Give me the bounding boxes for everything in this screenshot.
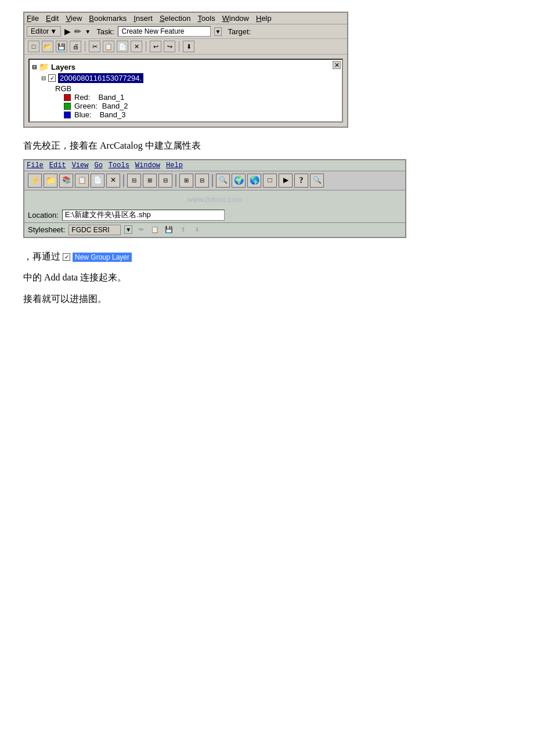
- arccatalog-window: File Edit View Go Tools Window Help ⚡ 📁 …: [23, 159, 406, 238]
- menu-insert[interactable]: Insert: [134, 14, 153, 23]
- text-new-group: ，再通过 ✓ New Group Layer: [23, 249, 511, 265]
- text-trace: 接着就可以进描图。: [23, 291, 511, 308]
- arc-connect-icon[interactable]: ⚡: [28, 174, 42, 188]
- location-input[interactable]: [62, 210, 225, 221]
- inline-checkbox[interactable]: ✓: [63, 253, 70, 261]
- arc-grid3-icon[interactable]: ⊟: [158, 174, 172, 188]
- blue-color-box: [64, 111, 71, 118]
- arc-extra-icon[interactable]: 🔍: [310, 174, 324, 188]
- red-color-box: [64, 94, 71, 101]
- editor-button[interactable]: Editor ▼: [27, 26, 61, 37]
- layer-item: ⊟ ✓ 2006080116153077294.: [32, 73, 340, 83]
- arc-menu-view[interactable]: View: [72, 161, 89, 170]
- arc-paste-icon[interactable]: 📄: [91, 174, 104, 188]
- layer-expand-icon[interactable]: ⊟: [41, 75, 46, 81]
- copy-icon[interactable]: 📋: [103, 41, 114, 52]
- arc-arrow-icon[interactable]: ▶: [279, 174, 293, 188]
- editor-toolbar: Editor ▼ ▶ ✏ ▼ Task: Create New Feature …: [24, 24, 347, 39]
- cut-icon[interactable]: ✂: [89, 41, 100, 52]
- arc-menu-help[interactable]: Help: [166, 161, 183, 170]
- pencil-dropdown[interactable]: ▼: [85, 28, 91, 35]
- arc-menu-edit[interactable]: Edit: [49, 161, 66, 170]
- green-band: Green: Band_2: [32, 102, 340, 110]
- separator1: [85, 41, 85, 52]
- arccatalog-menu-bar: File Edit View Go Tools Window Help: [24, 160, 405, 171]
- menu-bookmarks[interactable]: Bookmarks: [89, 14, 127, 23]
- arcmap-window: File Edit View Bookmarks Insert Selectio…: [23, 12, 348, 128]
- red-band: Red: Band_1: [32, 93, 340, 102]
- stylesheet-action4[interactable]: ⬆: [178, 225, 188, 235]
- close-button[interactable]: ✕: [333, 61, 341, 69]
- arc-globe2-icon[interactable]: 🌎: [247, 174, 261, 188]
- paste-icon[interactable]: 📄: [117, 41, 128, 52]
- menu-selection[interactable]: Selection: [160, 14, 190, 23]
- menu-edit[interactable]: Edit: [46, 14, 59, 23]
- arc-grid2-icon[interactable]: ⊞: [143, 174, 157, 188]
- menu-file[interactable]: File: [27, 14, 39, 23]
- location-label: Location:: [28, 211, 59, 219]
- arc-tb5-icon[interactable]: ⊟: [195, 174, 209, 188]
- arc-sep3: [212, 174, 213, 187]
- save-icon[interactable]: 💾: [56, 41, 67, 52]
- down-arrow-icon[interactable]: ⬇: [183, 41, 194, 52]
- layers-folder-icon: 📁: [39, 62, 49, 71]
- stylesheet-bar: Stylesheet: ▼ ✏ 📋 💾 ⬆ ⬇: [24, 223, 405, 237]
- task-label: Task:: [96, 27, 114, 36]
- play-icon[interactable]: ▶: [64, 27, 71, 36]
- arccatalog-toolbar: ⚡ 📁 📚 📋 📄 ✕ ⊟ ⊞ ⊟ ⊞ ⊟ 🔍 🌍 🌎 □ ▶ ? 🔍: [24, 171, 405, 190]
- watermark-area: www.bdocx.com: [24, 190, 405, 208]
- menu-view[interactable]: View: [66, 14, 82, 23]
- stylesheet-action2[interactable]: 📋: [150, 225, 160, 235]
- menu-help[interactable]: Help: [256, 14, 272, 23]
- task-dropdown[interactable]: ▼: [214, 27, 222, 36]
- arc-search-icon[interactable]: 🔍: [216, 174, 230, 188]
- arc-menu-tools[interactable]: Tools: [109, 161, 129, 170]
- blue-band: Blue: Band_3: [32, 110, 340, 119]
- pencil-icon[interactable]: ✏: [74, 27, 81, 36]
- arc-grid1-icon[interactable]: ⊟: [127, 174, 141, 188]
- separator2: [146, 41, 146, 52]
- stylesheet-label: Stylesheet:: [28, 225, 65, 234]
- expand-icon[interactable]: ⊟: [32, 64, 37, 70]
- layer-checkbox[interactable]: ✓: [48, 74, 56, 82]
- arc-delete-icon[interactable]: ✕: [106, 174, 120, 188]
- arc-catalog-icon[interactable]: 📚: [59, 174, 73, 188]
- arcmap-menu-bar: File Edit View Bookmarks Insert Selectio…: [24, 13, 347, 24]
- arc-copy-icon[interactable]: 📋: [75, 174, 89, 188]
- arc-globe1-icon[interactable]: 🌍: [232, 174, 246, 188]
- stylesheet-select[interactable]: [68, 225, 121, 235]
- stylesheet-dropdown[interactable]: ▼: [124, 225, 132, 234]
- arc-box-icon[interactable]: □: [263, 174, 277, 188]
- delete-icon[interactable]: ✕: [131, 41, 142, 52]
- new-icon[interactable]: □: [28, 41, 39, 52]
- open-icon[interactable]: 📂: [42, 41, 53, 52]
- arc-menu-go[interactable]: Go: [94, 161, 102, 170]
- layer-name[interactable]: 2006080116153077294.: [58, 73, 143, 83]
- new-group-layer-label: New Group Layer: [73, 253, 132, 262]
- stylesheet-action5[interactable]: ⬇: [192, 225, 202, 235]
- layers-title: Layers: [51, 63, 75, 71]
- arc-menu-file[interactable]: File: [27, 161, 44, 170]
- undo-icon[interactable]: ↩: [150, 41, 161, 52]
- print-icon[interactable]: 🖨: [70, 41, 81, 52]
- layers-panel: ✕ ⊟ 📁 Layers ⊟ ✓ 2006080116153077294. RG…: [28, 59, 343, 123]
- stylesheet-action3[interactable]: 💾: [164, 225, 174, 235]
- layers-root: ⊟ 📁 Layers: [32, 62, 340, 71]
- rgb-label: RGB: [32, 84, 340, 93]
- arc-menu-window[interactable]: Window: [135, 161, 160, 170]
- arc-help-icon[interactable]: ?: [294, 174, 308, 188]
- text-intro: 首先校正，接着在 ArcCatalog 中建立属性表: [23, 138, 511, 153]
- menu-window[interactable]: Window: [222, 14, 249, 23]
- target-label: Target:: [228, 27, 251, 36]
- arc-tb4-icon[interactable]: ⊞: [179, 174, 193, 188]
- arc-folder-icon[interactable]: 📁: [44, 174, 57, 188]
- arc-sep2: [175, 174, 176, 187]
- task-input[interactable]: Create New Feature: [118, 26, 211, 37]
- menu-tools[interactable]: Tools: [197, 14, 215, 23]
- stylesheet-action1[interactable]: ✏: [136, 225, 146, 235]
- green-color-box: [64, 103, 71, 110]
- separator3: [179, 41, 179, 52]
- text-add-data: 中的 Add data 连接起来。: [23, 269, 511, 286]
- watermark-text: www.bdocx.com: [187, 195, 242, 203]
- redo-icon[interactable]: ↪: [164, 41, 175, 52]
